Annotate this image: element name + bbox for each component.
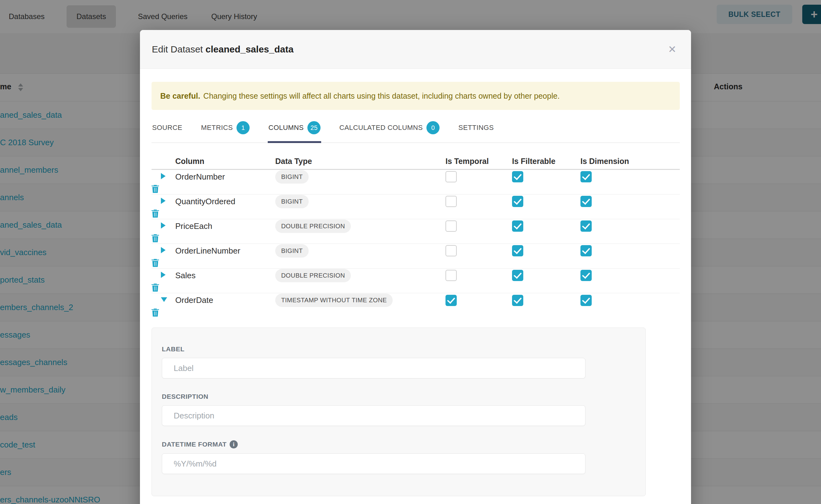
description-field-label: DESCRIPTION (162, 393, 636, 400)
delete-column-button[interactable] (151, 258, 175, 268)
delete-column-button[interactable] (151, 233, 175, 243)
data-type-pill: BIGINT (275, 195, 309, 208)
description-input[interactable] (162, 405, 586, 426)
is-temporal-checkbox[interactable] (446, 171, 457, 182)
data-type-pill: DOUBLE PRECISION (275, 269, 351, 282)
column-name: Sales (175, 271, 275, 280)
is-filterable-checkbox[interactable] (512, 171, 523, 182)
tab-label: SETTINGS (458, 124, 494, 132)
label-field-group: LABEL (162, 345, 636, 378)
tab-label: METRICS (201, 124, 233, 132)
column-name: OrderNumber (175, 172, 275, 182)
tab-columns[interactable]: COLUMNS25 (268, 119, 321, 143)
tab-metrics[interactable]: METRICS1 (200, 119, 250, 143)
modal-header: Edit Dataset cleaned_sales_data ✕ (140, 30, 691, 69)
data-type-pill: TIMESTAMP WITHOUT TIME ZONE (275, 294, 393, 307)
data-type-pill: DOUBLE PRECISION (275, 220, 351, 233)
is-temporal-checkbox[interactable] (446, 196, 457, 207)
is-filterable-header: Is Filterable (512, 157, 581, 166)
is-dimension-checkbox[interactable] (581, 270, 592, 281)
is-filterable-checkbox[interactable] (512, 245, 523, 256)
warning-banner: Be careful. Changing these settings will… (151, 82, 680, 110)
is-dimension-checkbox[interactable] (581, 245, 592, 256)
expand-caret-icon[interactable] (161, 198, 166, 204)
column-detail-panel: LABEL DESCRIPTION DATETIME FORMAT i (151, 328, 646, 496)
is-dimension-header: Is Dimension (581, 157, 680, 166)
data-type-pill: BIGINT (275, 170, 309, 184)
is-filterable-checkbox[interactable] (512, 295, 523, 306)
column-row: PriceEachDOUBLE PRECISION (151, 219, 680, 244)
modal-tabs: SOURCEMETRICS1COLUMNS25CALCULATED COLUMN… (151, 119, 680, 143)
is-temporal-header: Is Temporal (446, 157, 512, 166)
trash-icon[interactable] (151, 308, 159, 318)
is-temporal-checkbox[interactable] (446, 295, 457, 306)
is-temporal-checkbox[interactable] (446, 245, 457, 256)
is-filterable-checkbox[interactable] (512, 220, 523, 232)
warning-text: Changing these settings will affect all … (203, 91, 560, 101)
modal-title: Edit Dataset cleaned_sales_data (152, 44, 294, 55)
columns-table-header: Column Data Type Is Temporal Is Filterab… (151, 154, 680, 170)
label-input[interactable] (162, 358, 586, 378)
info-icon[interactable]: i (230, 440, 238, 448)
column-row: OrderLineNumberBIGINT (151, 244, 680, 269)
datetime-format-field-label: DATETIME FORMAT i (162, 440, 636, 448)
is-dimension-checkbox[interactable] (581, 171, 592, 182)
data-type-pill: BIGINT (275, 244, 309, 258)
is-dimension-checkbox[interactable] (581, 196, 592, 207)
tab-count-badge: 0 (427, 121, 440, 134)
is-filterable-checkbox[interactable] (512, 196, 523, 207)
collapse-caret-icon[interactable] (161, 297, 167, 302)
delete-column-button[interactable] (151, 209, 175, 219)
trash-icon[interactable] (151, 233, 159, 243)
trash-icon[interactable] (151, 283, 159, 293)
tab-calculated-columns[interactable]: CALCULATED COLUMNS0 (339, 119, 440, 143)
trash-icon[interactable] (151, 209, 159, 219)
warning-bold-text: Be careful. (160, 91, 200, 101)
expand-caret-icon[interactable] (161, 173, 166, 179)
column-row: OrderDateTIMESTAMP WITHOUT TIME ZONE (151, 293, 680, 318)
edit-dataset-modal: Edit Dataset cleaned_sales_data ✕ Be car… (140, 30, 691, 504)
tab-label: SOURCE (152, 124, 182, 132)
delete-column-button[interactable] (151, 283, 175, 293)
datetime-format-field-group: DATETIME FORMAT i (162, 440, 636, 474)
column-row: SalesDOUBLE PRECISION (151, 269, 680, 293)
data-type-header: Data Type (275, 157, 446, 166)
column-row: QuantityOrderedBIGINT (151, 195, 680, 219)
tab-count-badge: 1 (236, 121, 250, 134)
is-filterable-checkbox[interactable] (512, 270, 523, 281)
delete-column-button[interactable] (151, 308, 175, 318)
trash-icon[interactable] (151, 258, 159, 268)
column-name: QuantityOrdered (175, 197, 275, 206)
column-name: OrderLineNumber (175, 246, 275, 256)
label-field-label: LABEL (162, 345, 636, 353)
description-field-group: DESCRIPTION (162, 393, 636, 426)
is-dimension-checkbox[interactable] (581, 295, 592, 306)
expand-caret-icon[interactable] (161, 247, 166, 253)
tab-label: COLUMNS (268, 124, 304, 132)
column-name: OrderDate (175, 295, 275, 305)
tab-settings[interactable]: SETTINGS (458, 119, 494, 143)
delete-column-button[interactable] (151, 184, 175, 194)
dataset-name: cleaned_sales_data (205, 44, 294, 54)
tab-source[interactable]: SOURCE (151, 119, 183, 143)
modal-body: Be careful. Changing these settings will… (140, 69, 691, 496)
is-temporal-checkbox[interactable] (446, 220, 457, 232)
is-temporal-checkbox[interactable] (446, 270, 457, 281)
expand-caret-icon[interactable] (161, 272, 166, 278)
expand-caret-icon[interactable] (161, 222, 166, 229)
screen: DatabasesDatasetsSaved QueriesQuery Hist… (0, 0, 821, 504)
tab-count-badge: 25 (307, 121, 320, 134)
tab-label: CALCULATED COLUMNS (339, 124, 423, 132)
column-name: PriceEach (175, 221, 275, 231)
close-icon[interactable]: ✕ (668, 44, 676, 54)
columns-table-body: OrderNumberBIGINTQuantityOrderedBIGINTPr… (151, 170, 680, 318)
column-row: OrderNumberBIGINT (151, 170, 680, 195)
trash-icon[interactable] (151, 184, 159, 194)
datetime-format-input[interactable] (162, 453, 586, 474)
is-dimension-checkbox[interactable] (581, 220, 592, 232)
column-header: Column (175, 157, 275, 166)
